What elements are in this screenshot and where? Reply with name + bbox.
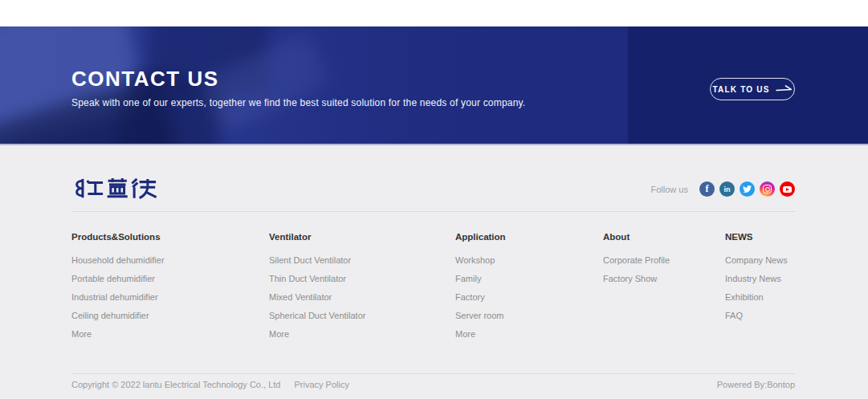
footer-link[interactable]: Industrial dehumidifier — [71, 292, 158, 302]
footer-link[interactable]: Company News — [725, 255, 788, 265]
footer-link[interactable]: More — [71, 329, 92, 339]
list-item: Company News — [725, 250, 788, 268]
footer-link[interactable]: Workshop — [455, 255, 495, 265]
column-title: About — [603, 231, 670, 242]
list-item: Corporate Profile — [603, 250, 670, 268]
footer-link[interactable]: Thin Duct Ventilator — [269, 274, 346, 283]
list-item: Family — [455, 268, 506, 287]
column-title: NEWS — [725, 231, 788, 242]
footer-link[interactable]: Industry News — [725, 274, 781, 283]
contact-subtitle: Speak with one of our experts, together … — [71, 97, 525, 108]
list-item: Workshop — [455, 250, 506, 268]
linkedin-icon[interactable]: in — [719, 181, 735, 197]
list-item: Ceiling dehumidifier — [71, 305, 165, 324]
list-item: Factory — [455, 287, 506, 305]
youtube-icon[interactable] — [780, 181, 795, 197]
footer-link[interactable]: Mixed Ventilator — [269, 292, 332, 302]
powered-by-link[interactable]: Powered By:Bontop — [717, 380, 795, 389]
follow-us-label: Follow us — [651, 185, 688, 194]
instagram-icon[interactable] — [760, 181, 775, 197]
contact-title: CONTACT US — [71, 67, 219, 92]
list-item: Factory Show — [603, 268, 670, 287]
twitter-icon[interactable] — [740, 181, 755, 197]
list-item: Server room — [455, 305, 506, 324]
column-ventilator: Ventilator Silent Duct Ventilator Thin D… — [269, 231, 365, 342]
list-item: More — [269, 324, 365, 342]
list-item: Household dehumidifier — [71, 250, 165, 268]
bottom-bar-left: Copyright © 2022 lantu Electrical Techno… — [71, 380, 349, 389]
footer-link[interactable]: Ceiling dehumidifier — [71, 311, 149, 320]
footer-link[interactable]: FAQ — [725, 311, 743, 320]
list-item: Portable dehumidifier — [71, 268, 165, 287]
list-item: Spherical Duct Ventilator — [269, 305, 365, 324]
talk-to-us-button[interactable]: TALK TO US — [710, 78, 795, 100]
list-item: Industry News — [725, 268, 788, 287]
footer-link[interactable]: Factory — [455, 292, 485, 302]
list-item: Silent Duct Ventilator — [269, 250, 365, 268]
footer-link[interactable]: More — [455, 329, 475, 339]
list-item: Thin Duct Ventilator — [269, 268, 365, 287]
footer-link[interactable]: Exhibition — [725, 292, 764, 302]
list-item: FAQ — [725, 305, 788, 324]
company-logo[interactable]: 蓝徒 — [71, 177, 157, 200]
column-products-solutions: Products&Solutions Household dehumidifie… — [71, 231, 165, 342]
column-application: Application Workshop Family Factory Serv… — [455, 231, 506, 342]
footer-link[interactable]: Server room — [455, 311, 504, 320]
column-about: About Corporate Profile Factory Show — [603, 231, 670, 287]
footer-link[interactable]: Family — [455, 274, 481, 283]
column-title: Products&Solutions — [71, 231, 165, 242]
footer-link[interactable]: Factory Show — [603, 274, 657, 283]
footer-link[interactable]: Spherical Duct Ventilator — [269, 311, 365, 320]
column-title: Application — [455, 231, 506, 242]
arrow-right-icon — [776, 85, 793, 93]
divider-bottom — [71, 373, 795, 374]
bottom-bar: Copyright © 2022 lantu Electrical Techno… — [71, 380, 795, 389]
social-row: Follow us f in — [651, 181, 795, 197]
privacy-policy-link[interactable]: Privacy Policy — [294, 380, 348, 389]
footer-link[interactable]: Household dehumidifier — [71, 255, 165, 265]
facebook-icon[interactable]: f — [699, 181, 715, 197]
top-white-strip — [0, 0, 868, 26]
page-footer-section: CONTACT US Speak with one of our experts… — [0, 0, 868, 399]
contact-banner: CONTACT US Speak with one of our experts… — [0, 26, 868, 145]
footer-link[interactable]: More — [269, 329, 289, 339]
footer-link[interactable]: Corporate Profile — [603, 255, 670, 265]
copyright-text: Copyright © 2022 lantu Electrical Techno… — [71, 380, 280, 389]
list-item: More — [455, 324, 506, 342]
column-news: NEWS Company News Industry News Exhibiti… — [725, 231, 788, 324]
footer-link[interactable]: Portable dehumidifier — [71, 274, 155, 283]
footer-link[interactable]: Silent Duct Ventilator — [269, 255, 351, 265]
list-item: Exhibition — [725, 287, 788, 305]
divider-top — [71, 211, 795, 212]
list-item: More — [71, 324, 165, 342]
column-title: Ventilator — [269, 231, 365, 242]
talk-to-us-label: TALK TO US — [712, 85, 769, 94]
list-item: Mixed Ventilator — [269, 287, 365, 305]
list-item: Industrial dehumidifier — [71, 287, 165, 305]
logo-glyphs — [71, 177, 157, 200]
